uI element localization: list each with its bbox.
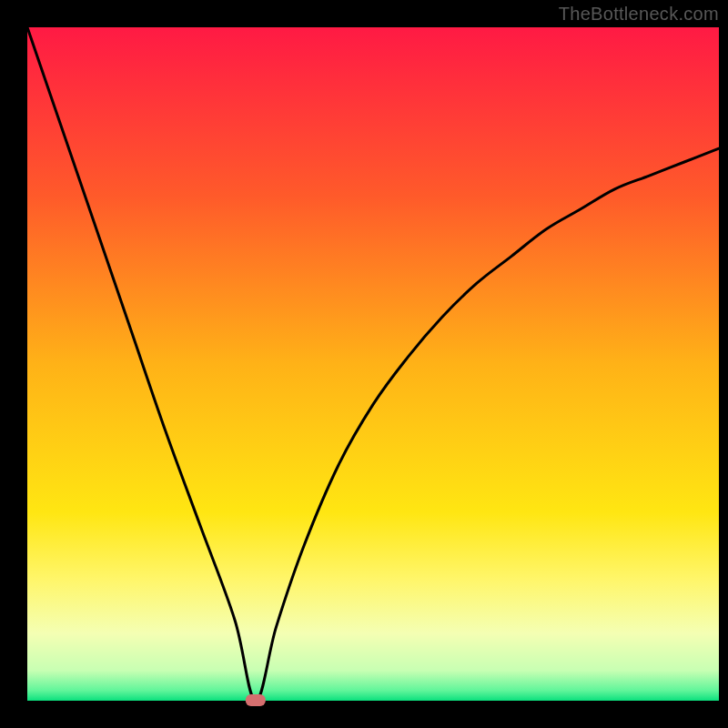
- watermark-text: TheBottleneck.com: [559, 4, 719, 25]
- minimum-marker: [246, 694, 266, 706]
- chart-stage: TheBottleneck.com: [0, 0, 728, 728]
- plot-background: [27, 27, 719, 701]
- bottleneck-chart: [0, 0, 728, 728]
